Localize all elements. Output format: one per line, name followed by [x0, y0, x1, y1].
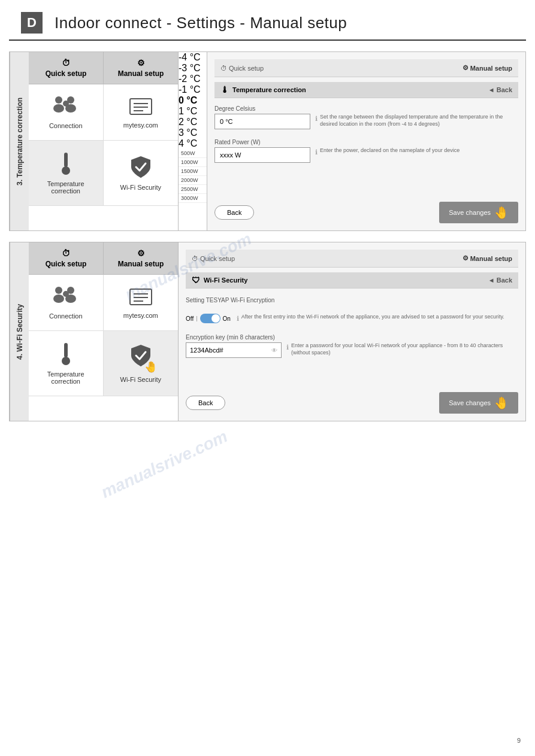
shield-small-icon: 🛡 [192, 275, 200, 285]
temp-item-plus4[interactable]: 4 °C [179, 138, 207, 149]
hand-icon-2: ✋ [494, 396, 509, 410]
section4-detail-header: ⏱ Quick setup ⚙ Manual setup [186, 250, 518, 268]
section4-toggle-row: Off | On ℹ After the first entry into th… [186, 314, 518, 323]
section3-manual-tab[interactable]: ⚙ Manual setup [104, 52, 178, 84]
section3-tabs: ⏱ Quick setup ⚙ Manual setup [29, 52, 178, 84]
section3-degree-group: Degree Celsius ℹ Set the range between t… [214, 105, 518, 129]
section4-back-button[interactable]: Back [186, 396, 225, 410]
section4-menu-wifi[interactable]: ✋ Wi-Fi Security [104, 331, 179, 396]
section4-menu-temp[interactable]: Temperaturecorrection [29, 331, 104, 396]
svg-rect-23 [65, 353, 67, 361]
connection-icon [53, 95, 79, 119]
clock-small-icon: ⏱ [220, 65, 227, 72]
svg-point-13 [53, 294, 64, 303]
section3-detail-quick-tab[interactable]: ⏱ Quick setup [220, 65, 264, 72]
toggle-thumb [211, 314, 220, 323]
section4-enc-group: Encryption key (min 8 characters) 1234Ab… [186, 334, 518, 358]
section3-power-label: Rated Power (W) [214, 139, 518, 145]
section3-menu-temp[interactable]: Temperaturecorrection [29, 141, 104, 206]
page-number: 9 [517, 737, 521, 744]
power-item-1000[interactable]: 1000W [179, 158, 207, 167]
section3-menu-wifi[interactable]: Wi-Fi Security [104, 141, 179, 206]
clock-icon-3: ⏱ [192, 255, 198, 262]
temp-item-zero[interactable]: 0 °C [179, 95, 207, 106]
section3-actions: Back Save changes ✋ [214, 197, 518, 223]
temp-item-plus2[interactable]: 2 °C [179, 117, 207, 127]
clock-icon-2: ⏱ [62, 248, 70, 258]
section3-degree-hint: ℹ Set the range between the displayed te… [315, 114, 518, 127]
section4-menu-connection[interactable]: Connection [29, 275, 104, 331]
temp-item-minus1[interactable]: -1 °C [179, 84, 207, 95]
section3-back-link[interactable]: Back [488, 86, 512, 93]
shield-icon [130, 155, 152, 180]
section3-section-title: Temperature correction [232, 86, 485, 93]
section4-enc-value: 1234Abcd# [190, 347, 271, 354]
section4-detail-manual-label: Manual setup [470, 255, 512, 262]
section3-menu-connection[interactable]: Connection [29, 84, 104, 141]
section4-side-label: 4. Wi-Fi Security [10, 242, 29, 421]
power-item-500[interactable]: 500W [179, 149, 207, 158]
section4-enc-hint-text: Enter a password for your local Wi-Fi ne… [291, 342, 518, 356]
power-item-3000[interactable]: 3000W [179, 194, 207, 203]
section4-mytesy-label: mytesy.com [123, 312, 158, 319]
section4-box: 4. Wi-Fi Security ⏱ Quick setup ⚙ Manual… [9, 242, 526, 421]
hand-icon-1: ✋ [494, 205, 509, 220]
info-icon-3: ℹ [237, 314, 239, 323]
power-item-2000[interactable]: 2000W [179, 176, 207, 185]
power-item-1500[interactable]: 1500W [179, 167, 207, 176]
svg-point-1 [53, 104, 64, 113]
page-header: D Indoor connect - Settings - Manual set… [9, 6, 526, 41]
svg-point-12 [55, 287, 62, 294]
connection-icon-2 [53, 286, 79, 309]
visibility-toggle-icon[interactable]: 👁 [271, 347, 277, 354]
section3-power-input[interactable] [214, 147, 310, 163]
section4-manual-tab[interactable]: ⚙ Manual setup [104, 242, 178, 274]
section4-tabs: ⏱ Quick setup ⚙ Manual setup [29, 242, 178, 275]
section4-menu-mytesy[interactable]: mytesy.com [104, 275, 179, 331]
section3-save-button[interactable]: Save changes ✋ [439, 202, 518, 223]
section3-mytesy-label: mytesy.com [123, 122, 158, 129]
section3-degree-input[interactable] [214, 114, 310, 129]
section4-enc-label: Encryption key (min 8 characters) [186, 334, 518, 341]
section4-enc-hint: ℹ Enter a password for your local Wi-Fi … [286, 342, 518, 356]
section4-actions: Back Save changes ✋ [186, 387, 518, 414]
section3-power-hint: ℹ Enter the power, declared on the namep… [315, 147, 518, 156]
gear-icon: ⚙ [137, 58, 145, 68]
section4-wifi-label: Wi-Fi Security [120, 376, 161, 383]
section4-detail-quick-tab[interactable]: ⏱ Quick setup [192, 255, 235, 262]
section4-save-button[interactable]: Save changes ✋ [439, 392, 518, 414]
section4-enc-row: 1234Abcd# 👁 ℹ Enter a password for your … [186, 342, 518, 358]
section3-temp-label: Temperaturecorrection [47, 180, 84, 195]
temp-item-minus2[interactable]: -2 °C [179, 74, 207, 84]
shield-icon-2: ✋ [130, 344, 152, 369]
thermometer-icon-2 [59, 342, 72, 367]
power-item-2500[interactable]: 2500W [179, 185, 207, 194]
section3-quick-tab[interactable]: ⏱ Quick setup [29, 52, 104, 84]
section4-quick-tab[interactable]: ⏱ Quick setup [29, 242, 104, 274]
section3-power-hint-text: Enter the power, declared on the namepla… [320, 147, 460, 154]
section3-temp-list: -4 °C -3 °C -2 °C -1 °C 0 °C 1 °C 2 °C 3… [179, 52, 207, 230]
wifi-security-toggle[interactable] [200, 314, 220, 323]
section3-section-title-bar: 🌡 Temperature correction Back [214, 82, 518, 98]
svg-point-4 [63, 101, 69, 107]
temp-item-plus1[interactable]: 1 °C [179, 106, 207, 117]
section3-detail-manual-tab[interactable]: ⚙ Manual setup [463, 64, 512, 72]
section4-temp-label: Temperaturecorrection [47, 371, 84, 385]
section3-detail-header: ⏱ Quick setup ⚙ Manual setup [214, 59, 518, 77]
gear-icon-3: ⚙ [463, 254, 468, 262]
toggle-off-label: Off [186, 315, 194, 322]
svg-rect-11 [65, 162, 67, 171]
section3-menu-mytesy[interactable]: mytesy.com [104, 84, 179, 141]
section3-back-button[interactable]: Back [214, 205, 254, 220]
section3-connection-label: Connection [49, 122, 83, 129]
section4-toggle-hint: ℹ After the first entry into the Wi-Fi n… [237, 314, 518, 323]
temp-item-plus3[interactable]: 3 °C [179, 127, 207, 138]
toggle-control: Off | On [186, 314, 231, 323]
section4-detail-manual-tab[interactable]: ⚙ Manual setup [463, 254, 512, 262]
section4-enc-input-wrapper[interactable]: 1234Abcd# 👁 [186, 342, 282, 358]
temp-item-minus3[interactable]: -3 °C [179, 63, 207, 74]
info-icon-4: ℹ [286, 343, 289, 351]
section3-detail-manual-label: Manual setup [470, 65, 512, 72]
section4-back-link[interactable]: Back [488, 277, 512, 284]
temp-item-minus4[interactable]: -4 °C [179, 52, 207, 63]
